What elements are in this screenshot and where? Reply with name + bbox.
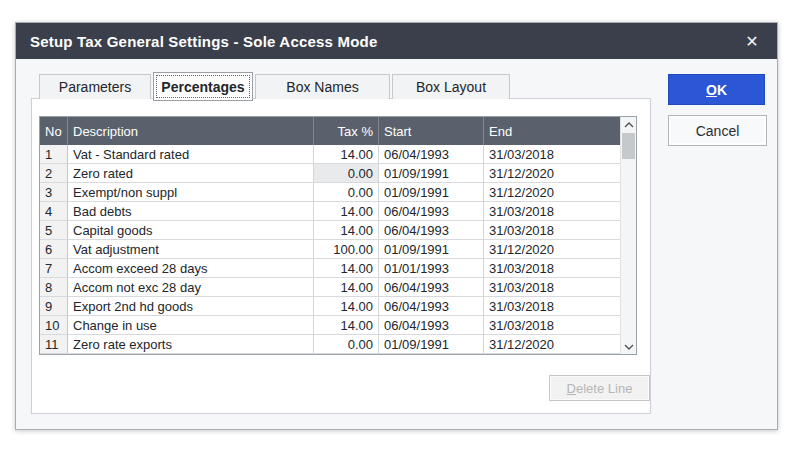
cell-end[interactable]: 31/03/2018 (484, 259, 622, 277)
dialog-titlebar: Setup Tax General Settings - Sole Access… (16, 23, 777, 59)
cell-no: 4 (40, 202, 68, 220)
cell-end[interactable]: 31/03/2018 (484, 297, 622, 315)
cell-description[interactable]: Export 2nd hd goods (68, 297, 314, 315)
cell-description[interactable]: Zero rate exports (68, 335, 314, 353)
cancel-button[interactable]: Cancel (668, 115, 767, 146)
screen: Setup Tax General Settings - Sole Access… (0, 0, 800, 456)
table-row[interactable]: 3 Exempt/non suppl 0.00 01/09/1991 31/12… (40, 183, 636, 202)
cell-start[interactable]: 01/09/1991 (379, 164, 484, 182)
ok-button[interactable]: OK (668, 74, 765, 105)
cell-description[interactable]: Capital goods (68, 221, 314, 239)
table-header-row: No Description Tax % Start End (40, 117, 636, 145)
table-row[interactable]: 9 Export 2nd hd goods 14.00 06/04/1993 3… (40, 297, 636, 316)
table-row[interactable]: 4 Bad debts 14.00 06/04/1993 31/03/2018 (40, 202, 636, 221)
tax-table: No Description Tax % Start End 1 Vat - S… (39, 116, 637, 355)
cell-description[interactable]: Vat - Standard rated (68, 145, 314, 163)
table-row[interactable]: 10 Change in use 14.00 06/04/1993 31/03/… (40, 316, 636, 335)
chevron-down-icon[interactable] (621, 339, 637, 354)
cell-start[interactable]: 06/04/1993 (379, 316, 484, 334)
column-header-start: Start (379, 117, 484, 145)
cell-start[interactable]: 06/04/1993 (379, 145, 484, 163)
cell-no: 7 (40, 259, 68, 277)
cell-tax[interactable]: 14.00 (314, 259, 379, 277)
cell-no: 3 (40, 183, 68, 201)
table-row[interactable]: 7 Accom exceed 28 days 14.00 01/01/1993 … (40, 259, 636, 278)
cell-start[interactable]: 01/09/1991 (379, 240, 484, 258)
cell-no: 2 (40, 164, 68, 182)
cell-start[interactable]: 01/09/1991 (379, 335, 484, 353)
column-header-tax: Tax % (314, 117, 379, 145)
cell-end[interactable]: 31/12/2020 (484, 335, 622, 353)
table-row[interactable]: 5 Capital goods 14.00 06/04/1993 31/03/2… (40, 221, 636, 240)
cell-end[interactable]: 31/03/2018 (484, 145, 622, 163)
percentages-panel: No Description Tax % Start End 1 Vat - S… (31, 98, 651, 414)
cell-end[interactable]: 31/03/2018 (484, 316, 622, 334)
cell-end[interactable]: 31/03/2018 (484, 221, 622, 239)
cell-tax[interactable]: 14.00 (314, 221, 379, 239)
table-row[interactable]: 11 Zero rate exports 0.00 01/09/1991 31/… (40, 335, 636, 354)
cell-tax[interactable]: 14.00 (314, 145, 379, 163)
cell-description[interactable]: Exempt/non suppl (68, 183, 314, 201)
cell-tax[interactable]: 14.00 (314, 316, 379, 334)
dialog-title: Setup Tax General Settings - Sole Access… (16, 33, 377, 50)
table-row[interactable]: 6 Vat adjustment 100.00 01/09/1991 31/12… (40, 240, 636, 259)
cell-end[interactable]: 31/12/2020 (484, 183, 622, 201)
cell-description[interactable]: Bad debts (68, 202, 314, 220)
cell-tax[interactable]: 0.00 (314, 183, 379, 201)
cell-tax[interactable]: 100.00 (314, 240, 379, 258)
close-icon[interactable]: ✕ (735, 23, 769, 59)
cell-description[interactable]: Zero rated (68, 164, 314, 182)
tab-strip: Parameters Percentages Box Names Box Lay… (39, 72, 512, 99)
cell-no: 6 (40, 240, 68, 258)
cell-description[interactable]: Accom exceed 28 days (68, 259, 314, 277)
column-header-end: End (484, 117, 622, 145)
scrollbar-thumb[interactable] (622, 133, 635, 159)
delete-line-button[interactable]: Delete Line (549, 375, 650, 401)
cell-tax[interactable]: 14.00 (314, 297, 379, 315)
tab-box-layout[interactable]: Box Layout (392, 74, 510, 99)
cell-end[interactable]: 31/03/2018 (484, 278, 622, 296)
tab-parameters[interactable]: Parameters (39, 74, 151, 99)
tab-percentages[interactable]: Percentages (153, 72, 253, 101)
cell-start[interactable]: 06/04/1993 (379, 278, 484, 296)
cell-start[interactable]: 06/04/1993 (379, 202, 484, 220)
cell-description[interactable]: Change in use (68, 316, 314, 334)
setup-tax-dialog: Setup Tax General Settings - Sole Access… (15, 22, 778, 430)
cell-tax[interactable]: 0.00 (314, 164, 379, 182)
table-body: 1 Vat - Standard rated 14.00 06/04/1993 … (40, 145, 636, 354)
cell-start[interactable]: 01/09/1991 (379, 183, 484, 201)
cell-no: 11 (40, 335, 68, 353)
column-header-no: No (40, 117, 68, 145)
table-row[interactable]: 8 Accom not exc 28 day 14.00 06/04/1993 … (40, 278, 636, 297)
cell-no: 5 (40, 221, 68, 239)
cell-start[interactable]: 01/01/1993 (379, 259, 484, 277)
cell-no: 10 (40, 316, 68, 334)
cell-end[interactable]: 31/12/2020 (484, 240, 622, 258)
cell-description[interactable]: Vat adjustment (68, 240, 314, 258)
table-row[interactable]: 1 Vat - Standard rated 14.00 06/04/1993 … (40, 145, 636, 164)
table-scrollbar[interactable] (620, 117, 636, 354)
column-header-description: Description (68, 117, 314, 145)
cell-no: 1 (40, 145, 68, 163)
cell-no: 8 (40, 278, 68, 296)
cell-end[interactable]: 31/03/2018 (484, 202, 622, 220)
cell-end[interactable]: 31/12/2020 (484, 164, 622, 182)
cell-start[interactable]: 06/04/1993 (379, 297, 484, 315)
cell-description[interactable]: Accom not exc 28 day (68, 278, 314, 296)
chevron-up-icon[interactable] (621, 117, 637, 132)
cell-tax[interactable]: 14.00 (314, 278, 379, 296)
cell-no: 9 (40, 297, 68, 315)
cell-tax[interactable]: 14.00 (314, 202, 379, 220)
cell-start[interactable]: 06/04/1993 (379, 221, 484, 239)
tab-box-names[interactable]: Box Names (255, 74, 390, 99)
cell-tax[interactable]: 0.00 (314, 335, 379, 353)
table-row[interactable]: 2 Zero rated 0.00 01/09/1991 31/12/2020 (40, 164, 636, 183)
